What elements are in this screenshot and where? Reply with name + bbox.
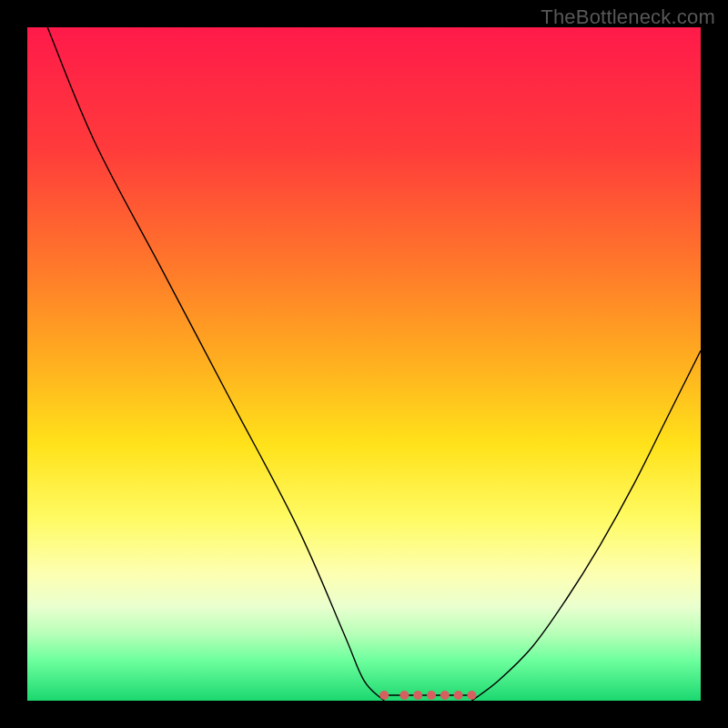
chart-container: TheBottleneck.com: [0, 0, 728, 728]
watermark-text: TheBottleneck.com: [541, 5, 715, 29]
plot-background: [27, 27, 701, 701]
